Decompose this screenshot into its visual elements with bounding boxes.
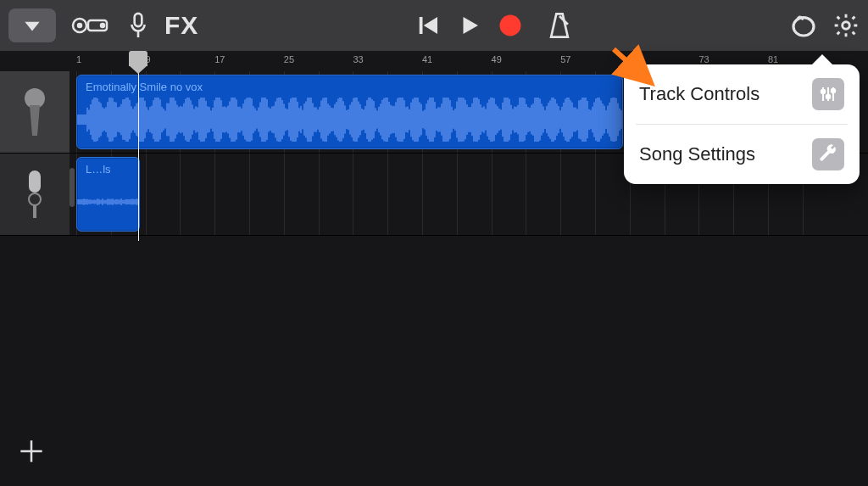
audio-region[interactable]: L…ls: [76, 157, 140, 232]
svg-marker-0: [25, 22, 39, 31]
loop-button[interactable]: [790, 12, 817, 39]
svg-rect-17: [33, 204, 36, 218]
popover-item-label: Track Controls: [639, 83, 760, 105]
settings-gear-button[interactable]: [832, 12, 860, 39]
fx-button[interactable]: FX: [164, 11, 198, 40]
top-toolbar: FX: [0, 0, 868, 51]
svg-rect-7: [420, 17, 423, 34]
ruler-tick: 73: [698, 54, 709, 64]
ruler-tick: 41: [422, 54, 432, 64]
svg-point-2: [78, 24, 81, 27]
metronome-button[interactable]: [547, 12, 572, 39]
fx-label: FX: [164, 11, 198, 40]
add-track-button[interactable]: [15, 435, 47, 471]
svg-point-10: [500, 15, 521, 36]
ruler-tick: 1: [76, 54, 81, 64]
ruler-tick: 65: [630, 54, 640, 64]
mic-condenser-icon: [20, 167, 49, 221]
svg-point-25: [832, 89, 835, 92]
svg-marker-9: [464, 17, 479, 34]
svg-point-23: [826, 95, 830, 98]
popover-item-track-controls[interactable]: Track Controls: [624, 64, 860, 124]
tracks-view-button[interactable]: [71, 14, 112, 37]
browser-toggle-button[interactable]: [8, 8, 56, 42]
ruler-tick: 49: [492, 54, 502, 64]
track-header[interactable]: [0, 71, 70, 153]
microphone-icon[interactable]: [127, 11, 149, 40]
record-button[interactable]: [498, 13, 523, 38]
wrench-icon: [812, 138, 844, 170]
waveform: [77, 180, 139, 224]
go-to-start-button[interactable]: [416, 13, 442, 38]
ruler-tick: 81: [768, 54, 778, 64]
svg-rect-15: [29, 170, 41, 193]
audio-region[interactable]: Emotinally Smile no vox: [76, 75, 623, 149]
region-label: Emotinally Smile no vox: [77, 75, 622, 93]
svg-marker-8: [424, 17, 437, 34]
mic-dynamic-icon: [18, 87, 52, 137]
svg-point-21: [821, 90, 825, 93]
ruler-tick: 17: [214, 54, 225, 64]
track-header[interactable]: [0, 154, 70, 235]
region-label: L…ls: [77, 158, 139, 176]
svg-point-12: [793, 18, 814, 36]
svg-point-13: [843, 22, 850, 30]
ruler-tick: 57: [560, 54, 570, 64]
waveform: [77, 98, 622, 142]
ruler-tick: 25: [284, 54, 294, 64]
svg-rect-5: [135, 14, 142, 26]
play-button[interactable]: [457, 13, 482, 38]
popover-item-label: Song Settings: [639, 143, 755, 165]
svg-point-4: [101, 24, 104, 27]
ruler-tick: 33: [353, 54, 363, 64]
vertical-scrollbar[interactable]: [70, 168, 75, 207]
svg-point-16: [29, 193, 41, 205]
popover-item-song-settings[interactable]: Song Settings: [624, 125, 860, 184]
settings-popover: Track Controls Song Settings: [624, 64, 860, 184]
mixer-icon: [812, 78, 844, 110]
playhead[interactable]: [138, 51, 139, 241]
